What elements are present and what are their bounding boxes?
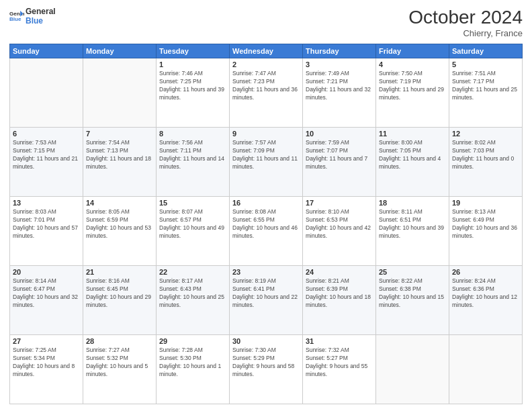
week-row-3: 13Sunrise: 8:03 AMSunset: 7:01 PMDayligh… — [10, 197, 523, 266]
day-info: Sunrise: 7:25 AMSunset: 5:34 PMDaylight:… — [13, 347, 80, 379]
day-info: Sunrise: 8:08 AMSunset: 6:55 PMDaylight:… — [232, 208, 300, 240]
day-number: 18 — [379, 199, 446, 207]
day-number: 8 — [159, 130, 226, 138]
day-cell: 9Sunrise: 7:57 AMSunset: 7:09 PMDaylight… — [230, 128, 303, 197]
day-number: 27 — [13, 337, 80, 345]
day-cell: 23Sunrise: 8:19 AMSunset: 6:41 PMDayligh… — [230, 266, 303, 335]
day-cell: 3Sunrise: 7:49 AMSunset: 7:21 PMDaylight… — [303, 58, 376, 128]
day-info: Sunrise: 7:53 AMSunset: 7:15 PMDaylight:… — [13, 139, 80, 171]
day-cell: 14Sunrise: 8:05 AMSunset: 6:59 PMDayligh… — [83, 197, 157, 266]
day-number: 12 — [452, 130, 519, 138]
day-cell: 7Sunrise: 7:54 AMSunset: 7:13 PMDaylight… — [83, 128, 157, 197]
day-cell: 25Sunrise: 8:22 AMSunset: 6:38 PMDayligh… — [376, 266, 449, 335]
day-info: Sunrise: 7:30 AMSunset: 5:29 PMDaylight:… — [232, 347, 300, 379]
day-info: Sunrise: 8:21 AMSunset: 6:39 PMDaylight:… — [306, 277, 373, 310]
day-info: Sunrise: 7:32 AMSunset: 5:27 PMDaylight:… — [306, 347, 373, 379]
day-cell: 2Sunrise: 7:47 AMSunset: 7:23 PMDaylight… — [230, 58, 303, 128]
day-info: Sunrise: 8:00 AMSunset: 7:05 PMDaylight:… — [379, 139, 446, 171]
day-number: 5 — [452, 60, 519, 68]
day-number: 23 — [232, 268, 300, 276]
day-info: Sunrise: 7:51 AMSunset: 7:17 PMDaylight:… — [452, 70, 519, 102]
col-header-wednesday: Wednesday — [230, 44, 303, 58]
day-cell: 10Sunrise: 7:59 AMSunset: 7:07 PMDayligh… — [303, 128, 376, 197]
day-number: 14 — [86, 199, 153, 207]
week-row-1: 1Sunrise: 7:46 AMSunset: 7:25 PMDaylight… — [10, 58, 523, 128]
day-info: Sunrise: 7:59 AMSunset: 7:07 PMDaylight:… — [306, 139, 373, 171]
day-info: Sunrise: 8:19 AMSunset: 6:41 PMDaylight:… — [232, 277, 300, 310]
day-number: 16 — [232, 199, 300, 207]
day-cell: 28Sunrise: 7:27 AMSunset: 5:32 PMDayligh… — [83, 335, 157, 404]
day-info: Sunrise: 8:14 AMSunset: 6:47 PMDaylight:… — [13, 277, 80, 310]
day-cell: 21Sunrise: 8:16 AMSunset: 6:45 PMDayligh… — [83, 266, 157, 335]
day-number: 19 — [452, 199, 519, 207]
location: Chierry, France — [408, 28, 523, 38]
day-info: Sunrise: 8:17 AMSunset: 6:43 PMDaylight:… — [159, 277, 226, 310]
day-info: Sunrise: 8:22 AMSunset: 6:38 PMDaylight:… — [379, 277, 446, 310]
week-row-4: 20Sunrise: 8:14 AMSunset: 6:47 PMDayligh… — [10, 266, 523, 335]
day-cell: 29Sunrise: 7:28 AMSunset: 5:30 PMDayligh… — [157, 335, 230, 404]
day-number: 31 — [306, 337, 373, 345]
day-info: Sunrise: 7:47 AMSunset: 7:23 PMDaylight:… — [232, 70, 300, 102]
title-block: October 2024 Chierry, France — [408, 7, 523, 38]
day-cell: 24Sunrise: 8:21 AMSunset: 6:39 PMDayligh… — [303, 266, 376, 335]
day-number: 26 — [452, 268, 519, 276]
day-number: 7 — [86, 130, 153, 138]
day-info: Sunrise: 8:24 AMSunset: 6:36 PMDaylight:… — [452, 277, 519, 310]
day-number: 22 — [159, 268, 226, 276]
day-cell — [376, 335, 449, 404]
day-info: Sunrise: 7:56 AMSunset: 7:11 PMDaylight:… — [159, 139, 226, 171]
day-cell: 20Sunrise: 8:14 AMSunset: 6:47 PMDayligh… — [10, 266, 83, 335]
day-cell: 12Sunrise: 8:02 AMSunset: 7:03 PMDayligh… — [449, 128, 523, 197]
week-row-5: 27Sunrise: 7:25 AMSunset: 5:34 PMDayligh… — [10, 335, 523, 404]
day-number: 4 — [379, 60, 446, 68]
col-header-tuesday: Tuesday — [157, 44, 230, 58]
col-header-sunday: Sunday — [10, 44, 83, 58]
day-cell: 27Sunrise: 7:25 AMSunset: 5:34 PMDayligh… — [10, 335, 83, 404]
day-info: Sunrise: 7:46 AMSunset: 7:25 PMDaylight:… — [159, 70, 226, 102]
day-cell: 16Sunrise: 8:08 AMSunset: 6:55 PMDayligh… — [230, 197, 303, 266]
logo-general: General — [26, 7, 56, 16]
header-row: SundayMondayTuesdayWednesdayThursdayFrid… — [10, 44, 523, 58]
month-title: October 2024 — [408, 7, 523, 28]
day-number: 13 — [13, 199, 80, 207]
day-cell: 17Sunrise: 8:10 AMSunset: 6:53 PMDayligh… — [303, 197, 376, 266]
day-cell: 1Sunrise: 7:46 AMSunset: 7:25 PMDaylight… — [157, 58, 230, 128]
day-number: 2 — [232, 60, 300, 68]
logo-icon: General Blue — [9, 10, 24, 22]
day-number: 11 — [379, 130, 446, 138]
day-info: Sunrise: 8:11 AMSunset: 6:51 PMDaylight:… — [379, 208, 446, 240]
col-header-monday: Monday — [83, 44, 157, 58]
col-header-saturday: Saturday — [449, 44, 523, 58]
day-info: Sunrise: 7:28 AMSunset: 5:30 PMDaylight:… — [159, 347, 226, 379]
day-number: 21 — [86, 268, 153, 276]
day-number: 29 — [159, 337, 226, 345]
logo-blue: Blue — [26, 16, 56, 26]
day-number: 6 — [13, 130, 80, 138]
day-number: 10 — [306, 130, 373, 138]
day-cell: 18Sunrise: 8:11 AMSunset: 6:51 PMDayligh… — [376, 197, 449, 266]
day-number: 15 — [159, 199, 226, 207]
day-cell: 31Sunrise: 7:32 AMSunset: 5:27 PMDayligh… — [303, 335, 376, 404]
day-cell: 5Sunrise: 7:51 AMSunset: 7:17 PMDaylight… — [449, 58, 523, 128]
day-info: Sunrise: 7:54 AMSunset: 7:13 PMDaylight:… — [86, 139, 153, 171]
day-cell: 8Sunrise: 7:56 AMSunset: 7:11 PMDaylight… — [157, 128, 230, 197]
day-info: Sunrise: 8:03 AMSunset: 7:01 PMDaylight:… — [13, 208, 80, 240]
day-cell — [10, 58, 83, 128]
day-cell: 15Sunrise: 8:07 AMSunset: 6:57 PMDayligh… — [157, 197, 230, 266]
day-info: Sunrise: 8:07 AMSunset: 6:57 PMDaylight:… — [159, 208, 226, 240]
day-number: 9 — [232, 130, 300, 138]
day-cell: 22Sunrise: 8:17 AMSunset: 6:43 PMDayligh… — [157, 266, 230, 335]
day-cell: 19Sunrise: 8:13 AMSunset: 6:49 PMDayligh… — [449, 197, 523, 266]
day-number: 1 — [159, 60, 226, 68]
day-number: 28 — [86, 337, 153, 345]
day-cell: 13Sunrise: 8:03 AMSunset: 7:01 PMDayligh… — [10, 197, 83, 266]
day-cell — [449, 335, 523, 404]
header: General Blue General Blue October 2024 C… — [9, 7, 523, 38]
day-info: Sunrise: 7:49 AMSunset: 7:21 PMDaylight:… — [306, 70, 373, 102]
day-number: 24 — [306, 268, 373, 276]
page: General Blue General Blue October 2024 C… — [0, 0, 532, 411]
day-cell: 6Sunrise: 7:53 AMSunset: 7:15 PMDaylight… — [10, 128, 83, 197]
logo: General Blue General Blue — [9, 7, 56, 26]
day-cell — [83, 58, 157, 128]
day-info: Sunrise: 7:57 AMSunset: 7:09 PMDaylight:… — [232, 139, 300, 171]
